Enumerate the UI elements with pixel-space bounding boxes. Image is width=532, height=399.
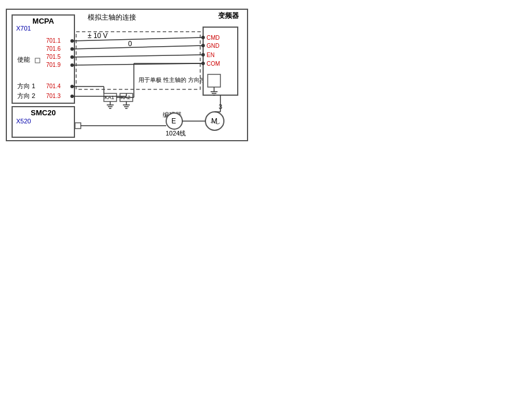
mcpa-title: MCPA [32, 17, 54, 25]
plus-minus-label: ± 10 V [88, 32, 108, 40]
com-label: COM [207, 61, 220, 67]
mcpa-x-label: X701 [16, 25, 31, 32]
mcpa-box: MCPA X701 [12, 14, 75, 104]
en-label: EN [207, 52, 215, 58]
svg-point-2 [201, 44, 205, 47]
single-polar-label: 用于单极 性主轴的 方向控制 [138, 76, 211, 84]
svg-rect-31 [104, 93, 117, 101]
inverter-title: 变频器 [218, 11, 239, 21]
svg-line-28 [72, 46, 203, 49]
analog-connection-label: 模拟主轴的连接 [88, 13, 136, 22]
svg-point-4 [201, 62, 205, 65]
smc20-box: SMC20 X520 [12, 106, 75, 138]
encoder-label: 编码器 [163, 111, 182, 119]
smc20-title: SMC20 [31, 108, 55, 117]
svg-text:3: 3 [219, 103, 222, 110]
svg-point-1 [201, 36, 205, 39]
svg-rect-0 [203, 27, 238, 95]
svg-rect-37 [120, 93, 133, 101]
svg-line-30 [72, 63, 203, 65]
gnd-label: GND [207, 43, 219, 49]
svg-text:M: M [211, 116, 218, 125]
smc20-x-label: X520 [16, 118, 31, 125]
svg-text:KA2: KA2 [121, 95, 130, 100]
zero-label: 0 [128, 40, 132, 48]
svg-point-53 [205, 112, 224, 130]
svg-line-29 [72, 55, 203, 57]
cmd-label: CMD [207, 35, 220, 41]
circuit-diagram: 模拟主轴的连接 ± 10 V 0 MCPA X701 SMC20 X520 用于… [6, 9, 248, 141]
svg-point-3 [201, 53, 205, 57]
svg-text:KA1: KA1 [104, 95, 114, 100]
svg-rect-50 [75, 123, 81, 129]
line-1024-label: 1024线 [166, 129, 186, 138]
